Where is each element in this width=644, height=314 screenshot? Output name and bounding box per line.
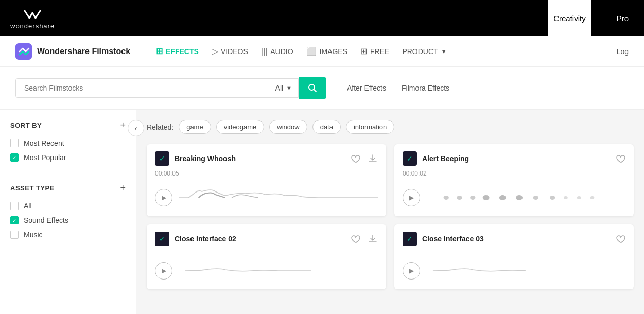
nav-videos[interactable]: ▷ VIDEOS	[212, 46, 248, 56]
svg-point-13	[590, 196, 595, 199]
svg-point-8	[516, 195, 523, 200]
asset-type-title: ASSET TYPE	[10, 184, 55, 192]
top-nav-pro[interactable]: Pro	[612, 0, 634, 36]
chevron-down-icon: ▼	[286, 85, 292, 91]
brand[interactable]: Wondershare Filmstock	[15, 43, 130, 60]
audio-icon: |||	[261, 47, 267, 56]
nav-login[interactable]: Log	[617, 47, 629, 56]
filter-filmora-effects[interactable]: Filmora Effects	[402, 84, 449, 92]
search-button[interactable]	[299, 77, 326, 99]
asset-all-checkbox[interactable]	[10, 202, 19, 210]
card-header-3: ✓ Close Interface 02	[147, 224, 386, 250]
related-label: Related:	[147, 123, 173, 131]
nav-items: ⊞ EFFECTS ▷ VIDEOS ||| AUDIO ⬜ IMAGES ⊞ …	[156, 46, 601, 56]
filter-after-effects[interactable]: After Effects	[347, 84, 386, 92]
like-button-1[interactable]	[350, 153, 360, 164]
card-name-3: Close Interface 02	[175, 235, 236, 243]
free-icon: ⊞	[360, 46, 367, 56]
card-title-row-4: ✓ Close Interface 03	[403, 232, 484, 246]
sort-by-section-header: SORT BY +	[10, 120, 126, 131]
sidebar-toggle[interactable]: ‹	[128, 120, 144, 136]
tag-data[interactable]: data	[312, 120, 341, 134]
card-time-1: 00:00:05	[147, 170, 386, 182]
nav-images[interactable]: ⬜ IMAGES	[306, 46, 347, 56]
download-button-3[interactable]	[368, 234, 378, 244]
svg-point-5	[470, 196, 475, 200]
search-filters: After Effects Filmora Effects	[347, 84, 449, 92]
tag-videogame[interactable]: videogame	[216, 120, 265, 134]
play-button-4[interactable]: ▶	[403, 262, 420, 280]
svg-point-11	[564, 196, 568, 199]
card-actions-3	[350, 234, 378, 244]
card-close-interface-02: ✓ Close Interface 02	[147, 224, 386, 289]
tag-window[interactable]: window	[269, 120, 307, 134]
shield-icon-4: ✓	[403, 232, 417, 246]
logo: wondershare	[10, 7, 55, 30]
search-dropdown[interactable]: All ▼	[269, 79, 298, 97]
asset-music-checkbox[interactable]	[10, 231, 19, 239]
nav-free[interactable]: ⊞ FREE	[360, 46, 389, 56]
card-waveform-4: ▶	[394, 255, 634, 289]
asset-type-section-header: ASSET TYPE +	[10, 183, 126, 194]
svg-line-2	[314, 90, 317, 92]
sidebar: ‹ SORT BY + Most Recent Most Popular ASS…	[0, 110, 136, 314]
asset-all[interactable]: All	[10, 202, 126, 210]
sort-most-recent-checkbox[interactable]	[10, 139, 19, 147]
like-button-4[interactable]	[615, 234, 625, 244]
waveform-1	[179, 187, 378, 208]
tag-information[interactable]: information	[346, 120, 394, 134]
card-name-4: Close Interface 03	[422, 235, 484, 243]
play-button-1[interactable]: ▶	[155, 189, 172, 206]
top-nav: wondershare Creativity Pro	[0, 0, 644, 36]
card-time-2: 00:00:02	[394, 170, 634, 182]
search-input[interactable]	[16, 79, 269, 97]
main-nav: Wondershare Filmstock ⊞ EFFECTS ▷ VIDEOS…	[0, 36, 644, 67]
card-name-1: Breaking Whoosh	[175, 154, 236, 163]
asset-music[interactable]: Music	[10, 231, 126, 239]
chevron-down-icon: ▼	[441, 48, 447, 55]
shield-icon-3: ✓	[155, 232, 169, 246]
sort-most-popular-checkbox[interactable]	[10, 153, 19, 162]
like-button-2[interactable]	[615, 153, 625, 164]
tag-game[interactable]: game	[179, 120, 211, 134]
svg-point-7	[499, 195, 506, 200]
card-header-1: ✓ Breaking Whoosh	[147, 144, 386, 170]
asset-sound-effects[interactable]: Sound Effects	[10, 216, 126, 224]
images-icon: ⬜	[306, 46, 317, 56]
asset-all-label: All	[24, 202, 32, 210]
card-title-row-1: ✓ Breaking Whoosh	[155, 151, 236, 166]
shield-icon-1: ✓	[155, 151, 169, 166]
card-alert-beeping: ✓ Alert Beeping 00:00:02 ▶	[394, 144, 634, 216]
divider	[10, 172, 126, 172]
top-nav-creativity[interactable]: Creativity	[548, 0, 591, 36]
videos-icon: ▷	[212, 46, 218, 56]
related-tags: Related: game videogame window data info…	[147, 120, 634, 134]
waveform-3	[179, 260, 378, 281]
sort-most-recent[interactable]: Most Recent	[10, 139, 126, 147]
play-button-2[interactable]: ▶	[403, 189, 420, 206]
card-breaking-whoosh: ✓ Breaking Whoosh	[147, 144, 386, 216]
nav-product[interactable]: PRODUCT ▼	[402, 47, 446, 56]
waveform-4	[426, 260, 625, 281]
svg-point-12	[577, 196, 581, 199]
sort-most-recent-label: Most Recent	[24, 139, 64, 147]
sort-by-add[interactable]: +	[120, 120, 126, 131]
card-actions-2	[615, 153, 625, 164]
shield-icon-2: ✓	[403, 151, 417, 166]
asset-sound-effects-checkbox[interactable]	[10, 216, 19, 224]
play-button-3[interactable]: ▶	[155, 262, 172, 280]
nav-effects[interactable]: ⊞ EFFECTS	[156, 46, 199, 56]
heart-icon	[350, 153, 360, 164]
nav-audio[interactable]: ||| AUDIO	[261, 47, 293, 56]
card-close-interface-03: ✓ Close Interface 03 ▶	[394, 224, 634, 289]
cards-grid: ✓ Breaking Whoosh	[147, 144, 634, 289]
download-icon	[368, 153, 378, 164]
like-button-3[interactable]	[350, 234, 360, 244]
download-button-1[interactable]	[368, 153, 378, 164]
asset-type-add[interactable]: +	[120, 183, 126, 194]
svg-point-4	[457, 196, 462, 200]
sort-most-popular[interactable]: Most Popular	[10, 153, 126, 162]
asset-sound-effects-label: Sound Effects	[24, 216, 68, 224]
logo-text: wondershare	[10, 22, 55, 30]
heart-icon-3	[350, 234, 360, 244]
